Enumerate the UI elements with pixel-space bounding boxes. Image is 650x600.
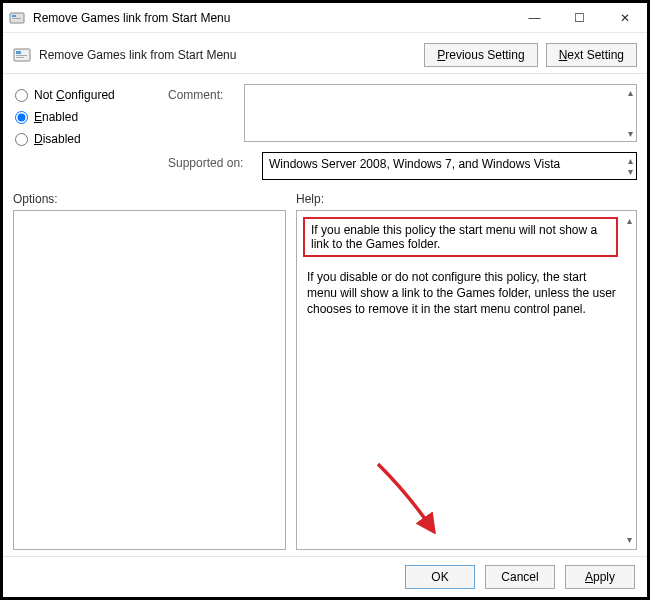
- svg-rect-5: [16, 55, 27, 56]
- nav-buttons: Previous Setting Next Setting: [424, 43, 637, 67]
- supported-on-box: Windows Server 2008, Windows 7, and Wind…: [262, 152, 637, 180]
- help-pane[interactable]: If you enable this policy the start menu…: [296, 210, 637, 550]
- comment-input[interactable]: ▴ ▾: [244, 84, 637, 142]
- window-controls: — ☐ ✕: [512, 3, 647, 32]
- scroll-down-icon: ▾: [628, 166, 633, 177]
- panes-section: If you enable this policy the start menu…: [3, 210, 647, 556]
- supported-label: Supported on:: [168, 152, 256, 170]
- comment-row: Comment: ▴ ▾: [168, 84, 637, 142]
- minimize-button[interactable]: —: [512, 3, 557, 32]
- scroll-up-icon: ▴: [628, 155, 633, 166]
- radio-not-configured[interactable]: Not Configured: [13, 88, 158, 102]
- next-setting-button[interactable]: Next Setting: [546, 43, 637, 67]
- svg-rect-1: [12, 15, 16, 17]
- radio-enabled-input[interactable]: [15, 111, 28, 124]
- radio-disabled-input[interactable]: [15, 133, 28, 146]
- radio-not-configured-label: Not Configured: [34, 88, 115, 102]
- apply-button[interactable]: Apply: [565, 565, 635, 589]
- app-icon: [9, 10, 25, 26]
- scroll-down-icon: ▾: [628, 128, 633, 139]
- scroll-up-icon: ▴: [627, 215, 632, 226]
- policy-icon: [13, 46, 31, 64]
- policy-title: Remove Games link from Start Menu: [39, 48, 424, 62]
- radio-enabled[interactable]: Enabled: [13, 110, 158, 124]
- cancel-button[interactable]: Cancel: [485, 565, 555, 589]
- radio-enabled-label: Enabled: [34, 110, 78, 124]
- ok-button[interactable]: OK: [405, 565, 475, 589]
- config-section: Not Configured Enabled Disabled Comment:…: [3, 74, 647, 186]
- window-frame: Remove Games link from Start Menu — ☐ ✕ …: [0, 0, 650, 600]
- supported-row: Supported on: Windows Server 2008, Windo…: [168, 152, 637, 180]
- radio-disabled-label: Disabled: [34, 132, 81, 146]
- meta-section: Comment: ▴ ▾ Supported on: Windows Serve…: [168, 84, 637, 180]
- maximize-button[interactable]: ☐: [557, 3, 602, 32]
- previous-setting-button[interactable]: Previous Setting: [424, 43, 537, 67]
- scroll-down-icon: ▾: [627, 534, 632, 545]
- help-highlight-text: If you enable this policy the start menu…: [311, 223, 597, 251]
- help-label: Help:: [296, 192, 324, 206]
- window-title: Remove Games link from Start Menu: [31, 11, 512, 25]
- comment-label: Comment:: [168, 84, 238, 102]
- mid-labels: Options: Help:: [3, 186, 647, 210]
- radio-disabled[interactable]: Disabled: [13, 132, 158, 146]
- title-bar: Remove Games link from Start Menu — ☐ ✕: [3, 3, 647, 33]
- help-body-text: If you disable or do not configure this …: [301, 267, 632, 318]
- close-button[interactable]: ✕: [602, 3, 647, 32]
- options-label: Options:: [13, 192, 296, 206]
- state-radios: Not Configured Enabled Disabled: [13, 84, 158, 180]
- header-bar: Remove Games link from Start Menu Previo…: [3, 33, 647, 74]
- svg-rect-2: [12, 18, 21, 19]
- dialog-buttons: OK Cancel Apply: [3, 556, 647, 597]
- svg-rect-4: [16, 51, 21, 54]
- scroll-up-icon: ▴: [628, 87, 633, 98]
- radio-not-configured-input[interactable]: [15, 89, 28, 102]
- help-highlight-box: If you enable this policy the start menu…: [303, 217, 618, 257]
- supported-on-text: Windows Server 2008, Windows 7, and Wind…: [269, 157, 560, 171]
- options-pane[interactable]: [13, 210, 286, 550]
- svg-rect-6: [16, 57, 24, 58]
